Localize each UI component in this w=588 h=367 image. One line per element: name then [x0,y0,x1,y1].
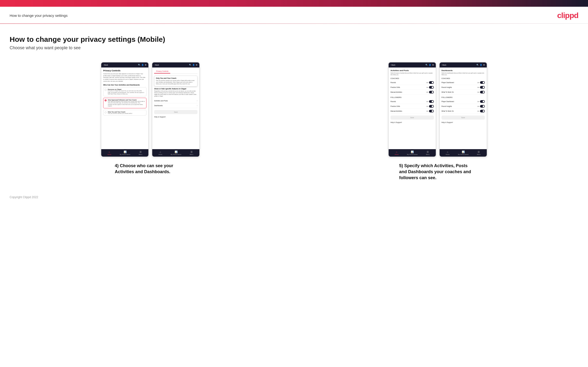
coaches-rounds-toggle[interactable] [429,81,434,84]
phone-4-body: Dashboards Select the dashboards that yo… [440,67,487,149]
page-subtitle: Choose what you want people to see [10,45,578,50]
main-content: How to change your privacy settings (Mob… [0,24,588,191]
save-button-2[interactable]: Save [154,110,198,114]
dashboards-row[interactable]: Dashboards › [154,103,198,108]
option-everyone-text: Everyone on Clippd Everyone on Clippd ca… [108,89,145,95]
followers-what-to-work-toggle[interactable] [480,110,485,112]
phone-1-body: Privacy Controls Control how you and you… [101,67,148,149]
logo: clippd [557,11,578,20]
followers-drills-toggle-wrap: ON [426,105,434,108]
phone-1-back[interactable]: ‹ Back [103,64,108,66]
search-icon-2[interactable]: 🔍 [189,64,191,66]
followers-what-to-work-row: What To Work On ON [441,109,485,114]
footer-menu-1[interactable]: ☰ Menu [139,150,142,155]
followers-round-insights-row: Round Insights ON [441,104,485,109]
footer-home-1[interactable]: ⌂ Home [107,150,111,155]
followers-rounds-row: Rounds ON [390,99,434,104]
coaches-player-dashboard-toggle-wrap: ON [477,81,485,84]
footer-menu-2[interactable]: ☰ Menu [190,150,193,155]
footer-menu-4[interactable]: ☰ Menu [477,150,481,155]
phone-1: ‹ Back 🔍 👤 ⚙ Privacy Controls Control ho… [101,62,149,157]
coaches-player-dashboard-label: Player Dashboard [441,82,454,83]
phone-3-icons: 🔍 👤 ⚙ [425,64,434,66]
save-button-4[interactable]: Save [441,116,485,120]
privacy-controls-desc: Control how you and your data appears to… [103,73,147,82]
footer-menu-label-2: Menu [190,154,193,155]
followers-player-dashboard-label: Player Dashboard [441,101,454,102]
followers-drills-row: Practice Drills ON [390,104,434,109]
settings-icon-4[interactable]: ⚙ [483,64,485,66]
coaches-manual-row: Manual Activities ON [390,90,434,95]
footer-menu-3[interactable]: ☰ Menu [426,150,430,155]
person-icon-3[interactable]: 👤 [429,64,431,66]
coaches-manual-toggle[interactable] [429,91,434,93]
footer-performance-2[interactable]: 📊 My Performance [171,150,181,155]
phone-4-back[interactable]: ‹ Back [441,64,446,66]
footer-home-2[interactable]: ⌂ Home [158,150,162,155]
footer-performance-1[interactable]: 📊 My Performance [120,150,130,155]
person-icon-4[interactable]: 👤 [480,64,482,66]
top-bar-gradient [0,0,588,7]
coaches-what-to-work-row: What To Work On ON [441,90,485,95]
coaches-round-insights-toggle[interactable] [480,86,485,89]
option-approved[interactable]: Only Approved Followers and Your Coach O… [103,98,147,108]
phone-3-footer: ⌂ Home 📊 My Performance ☰ Menu [389,149,436,157]
popup-box: Only You and Your Coach Only you and the… [154,76,198,86]
activities-posts-row[interactable]: Activities and Posts › [154,99,198,103]
search-icon-4[interactable]: 🔍 [476,64,479,66]
popup-desc: Only you and the coaches you connect wit… [156,80,196,85]
breadcrumb: How to change your privacy settings [10,13,68,17]
footer-home-4[interactable]: ⌂ Home [446,150,450,155]
radio-everyone [105,89,106,91]
followers-round-insights-label: Round Insights [441,105,452,107]
save-button-3[interactable]: Save [390,116,434,120]
option-everyone[interactable]: Everyone on Clippd Everyone on Clippd ca… [103,87,147,96]
coaches-player-dashboard-toggle[interactable] [480,81,485,84]
privacy-controls-title: Privacy Controls [103,69,147,72]
phone-2-back[interactable]: ‹ Back [154,64,159,66]
phone-3-back[interactable]: ‹ Back [390,64,395,66]
dashboards-label: Dashboards [154,105,163,106]
person-icon-2[interactable]: 👤 [192,64,195,66]
person-icon[interactable]: 👤 [141,64,144,66]
menu-icon-4: ☰ [478,150,480,153]
phone-2-icons: 🔍 👤 ⚙ [189,64,198,66]
footer-home-label-3: Home [395,154,398,155]
followers-drills-label: Practice Drills [390,105,400,107]
search-icon[interactable]: 🔍 [138,64,140,66]
phone-4-header: ‹ Back 🔍 👤 ⚙ [440,62,487,67]
menu-icon-3: ☰ [427,150,429,153]
followers-player-dashboard-toggle[interactable] [480,100,485,103]
followers-rounds-toggle[interactable] [429,100,434,103]
followers-heading-4: FOLLOWERS [441,97,485,98]
followers-drills-toggle[interactable] [429,105,434,108]
footer-performance-3[interactable]: 📊 My Performance [407,150,417,155]
chart-icon-1: 📊 [124,150,127,153]
phone-1-back-label: Back [104,64,108,66]
followers-round-insights-toggle[interactable] [480,105,485,108]
settings-icon-2[interactable]: ⚙ [196,64,198,66]
screenshot-group-left: ‹ Back 🔍 👤 ⚙ Privacy Controls Control ho… [10,62,291,175]
coaches-drills-toggle[interactable] [429,86,434,89]
activities-posts-desc: Select the types of activity that you'd … [390,72,434,76]
search-icon-3[interactable]: 🔍 [425,64,428,66]
footer-performance-label-1: My Performance [120,154,130,155]
settings-icon[interactable]: ⚙ [145,64,147,66]
phone-3: ‹ Back 🔍 👤 ⚙ Activities and Posts Select… [388,62,436,157]
phone-3-back-label: Back [391,64,395,66]
phone-2-body: Privacy Controls Only You and Your Coach… [152,67,199,149]
home-icon-2: ⌂ [160,150,161,153]
followers-round-insights-toggle-wrap: ON [477,105,485,108]
footer-performance-4[interactable]: 📊 My Performance [458,150,468,155]
phone-4-icons: 🔍 👤 ⚙ [476,64,485,66]
privacy-tab[interactable]: Privacy Controls [154,69,170,74]
coaches-what-to-work-toggle[interactable] [480,91,485,93]
followers-manual-toggle[interactable] [429,110,434,112]
caption-right: 5) Specify which Activities, Posts and D… [399,163,476,181]
settings-icon-3[interactable]: ⚙ [432,64,434,66]
activities-arrow-icon: › [197,100,198,102]
phone-2: ‹ Back 🔍 👤 ⚙ Privacy Controls [152,62,200,157]
footer-home-3[interactable]: ⌂ Home [395,150,398,155]
option-you-coach[interactable]: Only You and Your Coach Only you and the… [103,110,147,116]
followers-manual-toggle-wrap: ON [426,110,434,112]
